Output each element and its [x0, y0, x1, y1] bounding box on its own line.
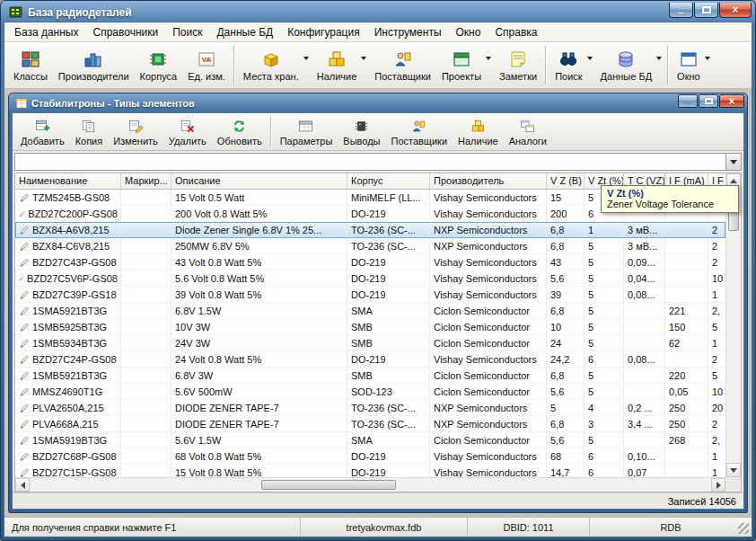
cell-tc — [624, 335, 665, 351]
table-row[interactable]: BZX84-A6V8,215Diode Zener Single 6.8V 1%… — [15, 222, 725, 238]
vertical-scrollbar[interactable] — [725, 173, 741, 477]
toolbar-projects[interactable]: Проекты — [436, 46, 494, 84]
suppliers-icon — [411, 119, 426, 134]
toolbar-window[interactable]: Окно — [672, 46, 713, 84]
status-bar: Для получения справки нажмите F1tretyako… — [4, 517, 752, 537]
child-toolbar-pins[interactable]: Выводы — [338, 116, 385, 148]
cell-name: BZX84-C6V8,215 — [15, 238, 121, 254]
table-row[interactable]: 1SMA5919BT3G5.6V 1.5WSMACiclon Semicondu… — [15, 432, 725, 448]
svg-text:VA: VA — [202, 56, 212, 64]
column-header-manufacturer[interactable]: Производитель — [430, 173, 547, 190]
horizontal-scrollbar[interactable] — [15, 477, 725, 492]
child-toolbar-delete[interactable]: Удалить — [163, 116, 212, 148]
copy-icon — [81, 119, 96, 134]
child-toolbar-parameters-label: Параметры — [280, 136, 333, 146]
toolbar-packages[interactable]: Корпуса — [135, 46, 183, 84]
table-row[interactable]: PLVA668A,215DIODE ZENER TAPE-7TO-236 (SC… — [15, 416, 725, 432]
combo-dropdown-button[interactable] — [725, 154, 741, 170]
cell-if_2: 20 — [708, 400, 725, 416]
child-toolbar-stock[interactable]: Наличие — [453, 116, 504, 148]
toolbar-notes[interactable]: Заметки — [494, 46, 542, 84]
cell-if_2: 5 — [708, 368, 725, 384]
child-toolbar-add[interactable]: Добавить — [15, 116, 70, 148]
vertical-scroll-track[interactable] — [726, 188, 741, 463]
column-header-description[interactable]: Описание — [171, 173, 347, 190]
menu-db-data[interactable]: Данные БД — [209, 23, 280, 41]
minimize-button[interactable] — [669, 3, 693, 18]
toolbar-search[interactable]: Поиск — [549, 46, 594, 84]
table-row[interactable]: 1SMB5934BT3G24V 3WSMBCiclon Semiconducto… — [15, 335, 725, 351]
scroll-right-button[interactable] — [711, 478, 725, 492]
column-header-marking[interactable]: Маркир... — [121, 173, 171, 190]
menu-database[interactable]: База данных — [7, 23, 85, 41]
child-toolbar-suppliers[interactable]: Поставщики — [385, 116, 453, 148]
tooltip-text: Zener Voltage Tolerance — [607, 199, 733, 209]
cell-name: BZD27C5V6P-GS08 — [15, 270, 121, 287]
child-minimize-button[interactable] — [678, 94, 698, 108]
table-row[interactable]: 1SMB5925BT3G10V 3WSMBCiclon Semiconducto… — [15, 319, 725, 335]
child-maximize-button[interactable] — [699, 94, 718, 108]
toolbar-stock[interactable]: Наличие — [312, 46, 370, 84]
table-row[interactable]: BZD27C24P-GS0824 Volt 0.8 Watt 5%DO-219V… — [15, 351, 725, 368]
child-toolbar-copy[interactable]: Копия — [70, 116, 109, 148]
cell-vz: 10 — [547, 319, 585, 335]
scroll-left-button[interactable] — [15, 478, 30, 492]
table-row[interactable]: BZX84-C6V8,215250MW 6.8V 5%TO-236 (SC-..… — [15, 238, 725, 254]
table-row[interactable]: BZD27C43P-GS0843 Volt 0.8 Watt 5%DO-219V… — [15, 254, 725, 270]
cell-name: BZD27C39P-GS18 — [15, 287, 121, 303]
table-row[interactable]: 1SMA5921BT3G6.8V 1.5WSMACiclon Semicondu… — [15, 303, 725, 319]
column-header-vz[interactable]: V Z (B) — [547, 173, 585, 190]
menu-search[interactable]: Поиск — [165, 23, 209, 41]
child-toolbar-parameters[interactable]: Параметры — [275, 116, 338, 148]
toolbar-classes[interactable]: Классы — [8, 46, 53, 84]
horizontal-scroll-thumb[interactable] — [261, 480, 396, 490]
column-header-name[interactable]: Наименование — [15, 173, 121, 190]
table-row[interactable]: 1SMB5921BT3G6.8V 3WSMBCiclon Semiconduct… — [15, 368, 725, 384]
add-icon — [35, 119, 50, 134]
cell-if_ma — [665, 222, 708, 238]
cell-name: TZM5245B-GS08 — [15, 190, 121, 206]
menu-tools[interactable]: Инструменты — [367, 23, 449, 41]
scroll-down-button[interactable] — [726, 463, 741, 477]
cell-name: 1SMB5921BT3G — [15, 368, 121, 384]
child-toolbar-edit[interactable]: Изменить — [108, 116, 163, 148]
table-row[interactable]: BZD27C15P-GS0815 Volt 0.8 Watt 5%DO-219V… — [15, 465, 725, 477]
toolbar-suppliers[interactable]: Поставщики — [369, 46, 436, 84]
maximize-button[interactable] — [694, 3, 718, 18]
mdi-area: Стабилитроны - Типы элементов × Добавить… — [4, 89, 752, 517]
child-toolbar-refresh[interactable]: Обновить — [212, 116, 268, 148]
cell-package: DO-219 — [347, 351, 430, 368]
cell-description: 5.6V 1.5W — [171, 432, 347, 448]
child-close-button[interactable]: × — [719, 94, 744, 108]
menu-configuration[interactable]: Конфигурация — [280, 23, 367, 41]
table-row[interactable]: PLVA2650A,215DIODE ZENER TAPE-7TO-236 (S… — [15, 400, 725, 416]
table-row[interactable]: MMSZ4690T1G5.6V 500mWSOD-123Ciclon Semic… — [15, 384, 725, 400]
cell-if_ma: 250 — [665, 416, 708, 432]
table-row[interactable]: BZD27C5V6P-GS085.6 Volt 0.8 Watt 5%DO-21… — [15, 270, 725, 287]
cell-marking — [121, 222, 171, 238]
cell-vzt: 5 — [585, 287, 624, 303]
child-toolbar-analogs[interactable]: Аналоги — [504, 116, 552, 148]
cell-text: PLVA668A,215 — [32, 417, 99, 431]
cell-vzt: 5 — [585, 319, 624, 335]
toolbar-db-data[interactable]: Данные БД — [595, 46, 664, 84]
horizontal-scroll-track[interactable] — [30, 478, 711, 492]
cell-vz: 200 — [547, 206, 585, 222]
cell-marking — [121, 190, 171, 206]
cell-name: PLVA668A,215 — [15, 416, 121, 432]
cell-manufacturer: Ciclon Semiconductor — [430, 335, 547, 351]
toolbar-storage-places[interactable]: Места хран. — [238, 46, 312, 84]
toolbar-manufacturers[interactable]: Производители — [53, 46, 135, 84]
resize-grip-icon[interactable] — [738, 523, 749, 534]
table-row[interactable]: BZD27C39P-GS1839 Volt 0.8 Watt 5%DO-219V… — [15, 287, 725, 303]
toolbar-units[interactable]: VAЕд. изм. — [182, 46, 231, 84]
close-button[interactable]: × — [719, 3, 752, 18]
filter-combobox[interactable] — [14, 153, 742, 171]
cell-text: BZX84-C6V8,215 — [32, 239, 110, 253]
table-row[interactable]: BZD27C68P-GS0868 Volt 0.8 Watt 5%DO-219V… — [15, 448, 725, 465]
menu-reference-books[interactable]: Справочники — [85, 23, 165, 41]
main-toolbar: КлассыПроизводителиКорпусаVAЕд. изм.Мест… — [4, 42, 752, 89]
menu-window[interactable]: Окно — [449, 23, 488, 41]
menu-help[interactable]: Справка — [488, 23, 544, 41]
column-header-package[interactable]: Корпус — [347, 173, 430, 190]
